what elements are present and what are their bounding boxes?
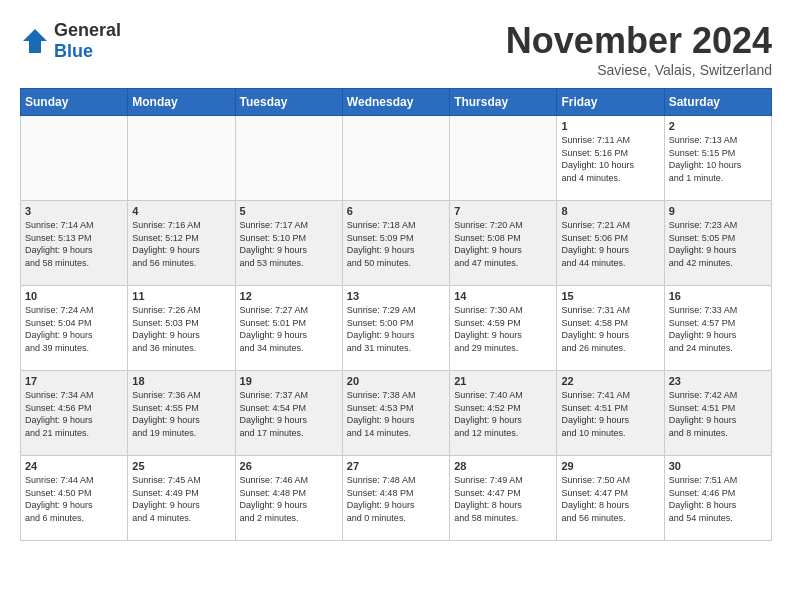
day-number: 19 xyxy=(240,375,338,387)
day-number: 11 xyxy=(132,290,230,302)
day-number: 12 xyxy=(240,290,338,302)
day-info: Sunrise: 7:44 AM Sunset: 4:50 PM Dayligh… xyxy=(25,474,123,524)
logo: General Blue xyxy=(20,20,121,62)
calendar-day-cell: 27Sunrise: 7:48 AM Sunset: 4:48 PM Dayli… xyxy=(342,456,449,541)
day-number: 24 xyxy=(25,460,123,472)
day-number: 28 xyxy=(454,460,552,472)
day-info: Sunrise: 7:40 AM Sunset: 4:52 PM Dayligh… xyxy=(454,389,552,439)
day-info: Sunrise: 7:36 AM Sunset: 4:55 PM Dayligh… xyxy=(132,389,230,439)
day-number: 23 xyxy=(669,375,767,387)
calendar-day-cell: 6Sunrise: 7:18 AM Sunset: 5:09 PM Daylig… xyxy=(342,201,449,286)
calendar-day-cell xyxy=(450,116,557,201)
day-info: Sunrise: 7:41 AM Sunset: 4:51 PM Dayligh… xyxy=(561,389,659,439)
day-number: 25 xyxy=(132,460,230,472)
calendar-day-cell: 21Sunrise: 7:40 AM Sunset: 4:52 PM Dayli… xyxy=(450,371,557,456)
day-info: Sunrise: 7:42 AM Sunset: 4:51 PM Dayligh… xyxy=(669,389,767,439)
day-info: Sunrise: 7:50 AM Sunset: 4:47 PM Dayligh… xyxy=(561,474,659,524)
logo-icon xyxy=(20,26,50,56)
calendar-body: 1Sunrise: 7:11 AM Sunset: 5:16 PM Daylig… xyxy=(21,116,772,541)
day-number: 29 xyxy=(561,460,659,472)
calendar-day-cell: 7Sunrise: 7:20 AM Sunset: 5:08 PM Daylig… xyxy=(450,201,557,286)
calendar-day-cell: 3Sunrise: 7:14 AM Sunset: 5:13 PM Daylig… xyxy=(21,201,128,286)
calendar-day-cell: 23Sunrise: 7:42 AM Sunset: 4:51 PM Dayli… xyxy=(664,371,771,456)
weekday-header-cell: Saturday xyxy=(664,89,771,116)
weekday-header-cell: Thursday xyxy=(450,89,557,116)
day-number: 9 xyxy=(669,205,767,217)
day-number: 3 xyxy=(25,205,123,217)
day-info: Sunrise: 7:30 AM Sunset: 4:59 PM Dayligh… xyxy=(454,304,552,354)
calendar-week-row: 10Sunrise: 7:24 AM Sunset: 5:04 PM Dayli… xyxy=(21,286,772,371)
calendar-day-cell xyxy=(128,116,235,201)
page-header: General Blue November 2024 Saviese, Vala… xyxy=(20,20,772,78)
day-number: 14 xyxy=(454,290,552,302)
weekday-header-cell: Wednesday xyxy=(342,89,449,116)
calendar-table: SundayMondayTuesdayWednesdayThursdayFrid… xyxy=(20,88,772,541)
day-number: 18 xyxy=(132,375,230,387)
day-info: Sunrise: 7:31 AM Sunset: 4:58 PM Dayligh… xyxy=(561,304,659,354)
calendar-day-cell: 5Sunrise: 7:17 AM Sunset: 5:10 PM Daylig… xyxy=(235,201,342,286)
day-number: 1 xyxy=(561,120,659,132)
day-number: 8 xyxy=(561,205,659,217)
calendar-day-cell: 26Sunrise: 7:46 AM Sunset: 4:48 PM Dayli… xyxy=(235,456,342,541)
day-info: Sunrise: 7:11 AM Sunset: 5:16 PM Dayligh… xyxy=(561,134,659,184)
day-info: Sunrise: 7:18 AM Sunset: 5:09 PM Dayligh… xyxy=(347,219,445,269)
day-number: 30 xyxy=(669,460,767,472)
day-info: Sunrise: 7:45 AM Sunset: 4:49 PM Dayligh… xyxy=(132,474,230,524)
day-info: Sunrise: 7:29 AM Sunset: 5:00 PM Dayligh… xyxy=(347,304,445,354)
day-number: 20 xyxy=(347,375,445,387)
calendar-day-cell: 24Sunrise: 7:44 AM Sunset: 4:50 PM Dayli… xyxy=(21,456,128,541)
calendar-day-cell: 8Sunrise: 7:21 AM Sunset: 5:06 PM Daylig… xyxy=(557,201,664,286)
calendar-day-cell xyxy=(342,116,449,201)
calendar-day-cell: 13Sunrise: 7:29 AM Sunset: 5:00 PM Dayli… xyxy=(342,286,449,371)
day-number: 13 xyxy=(347,290,445,302)
day-number: 22 xyxy=(561,375,659,387)
day-info: Sunrise: 7:27 AM Sunset: 5:01 PM Dayligh… xyxy=(240,304,338,354)
day-info: Sunrise: 7:13 AM Sunset: 5:15 PM Dayligh… xyxy=(669,134,767,184)
calendar-day-cell xyxy=(21,116,128,201)
day-number: 4 xyxy=(132,205,230,217)
calendar-day-cell: 11Sunrise: 7:26 AM Sunset: 5:03 PM Dayli… xyxy=(128,286,235,371)
title-area: November 2024 Saviese, Valais, Switzerla… xyxy=(506,20,772,78)
logo-blue: Blue xyxy=(54,41,93,61)
calendar-week-row: 24Sunrise: 7:44 AM Sunset: 4:50 PM Dayli… xyxy=(21,456,772,541)
calendar-day-cell: 17Sunrise: 7:34 AM Sunset: 4:56 PM Dayli… xyxy=(21,371,128,456)
location-subtitle: Saviese, Valais, Switzerland xyxy=(506,62,772,78)
calendar-day-cell: 1Sunrise: 7:11 AM Sunset: 5:16 PM Daylig… xyxy=(557,116,664,201)
calendar-day-cell: 19Sunrise: 7:37 AM Sunset: 4:54 PM Dayli… xyxy=(235,371,342,456)
day-info: Sunrise: 7:20 AM Sunset: 5:08 PM Dayligh… xyxy=(454,219,552,269)
day-info: Sunrise: 7:26 AM Sunset: 5:03 PM Dayligh… xyxy=(132,304,230,354)
calendar-day-cell: 29Sunrise: 7:50 AM Sunset: 4:47 PM Dayli… xyxy=(557,456,664,541)
calendar-day-cell: 12Sunrise: 7:27 AM Sunset: 5:01 PM Dayli… xyxy=(235,286,342,371)
day-info: Sunrise: 7:21 AM Sunset: 5:06 PM Dayligh… xyxy=(561,219,659,269)
weekday-header-row: SundayMondayTuesdayWednesdayThursdayFrid… xyxy=(21,89,772,116)
logo-general: General xyxy=(54,20,121,40)
day-number: 2 xyxy=(669,120,767,132)
calendar-day-cell: 18Sunrise: 7:36 AM Sunset: 4:55 PM Dayli… xyxy=(128,371,235,456)
day-number: 10 xyxy=(25,290,123,302)
day-info: Sunrise: 7:49 AM Sunset: 4:47 PM Dayligh… xyxy=(454,474,552,524)
svg-marker-0 xyxy=(23,29,47,53)
day-number: 7 xyxy=(454,205,552,217)
day-info: Sunrise: 7:34 AM Sunset: 4:56 PM Dayligh… xyxy=(25,389,123,439)
calendar-day-cell: 28Sunrise: 7:49 AM Sunset: 4:47 PM Dayli… xyxy=(450,456,557,541)
calendar-week-row: 1Sunrise: 7:11 AM Sunset: 5:16 PM Daylig… xyxy=(21,116,772,201)
calendar-week-row: 3Sunrise: 7:14 AM Sunset: 5:13 PM Daylig… xyxy=(21,201,772,286)
day-number: 6 xyxy=(347,205,445,217)
calendar-day-cell: 25Sunrise: 7:45 AM Sunset: 4:49 PM Dayli… xyxy=(128,456,235,541)
day-number: 15 xyxy=(561,290,659,302)
calendar-day-cell xyxy=(235,116,342,201)
weekday-header-cell: Monday xyxy=(128,89,235,116)
month-title: November 2024 xyxy=(506,20,772,62)
day-number: 16 xyxy=(669,290,767,302)
calendar-day-cell: 14Sunrise: 7:30 AM Sunset: 4:59 PM Dayli… xyxy=(450,286,557,371)
day-info: Sunrise: 7:23 AM Sunset: 5:05 PM Dayligh… xyxy=(669,219,767,269)
day-number: 5 xyxy=(240,205,338,217)
calendar-day-cell: 30Sunrise: 7:51 AM Sunset: 4:46 PM Dayli… xyxy=(664,456,771,541)
day-info: Sunrise: 7:46 AM Sunset: 4:48 PM Dayligh… xyxy=(240,474,338,524)
day-info: Sunrise: 7:24 AM Sunset: 5:04 PM Dayligh… xyxy=(25,304,123,354)
day-info: Sunrise: 7:33 AM Sunset: 4:57 PM Dayligh… xyxy=(669,304,767,354)
day-info: Sunrise: 7:38 AM Sunset: 4:53 PM Dayligh… xyxy=(347,389,445,439)
calendar-day-cell: 20Sunrise: 7:38 AM Sunset: 4:53 PM Dayli… xyxy=(342,371,449,456)
weekday-header-cell: Friday xyxy=(557,89,664,116)
calendar-day-cell: 22Sunrise: 7:41 AM Sunset: 4:51 PM Dayli… xyxy=(557,371,664,456)
